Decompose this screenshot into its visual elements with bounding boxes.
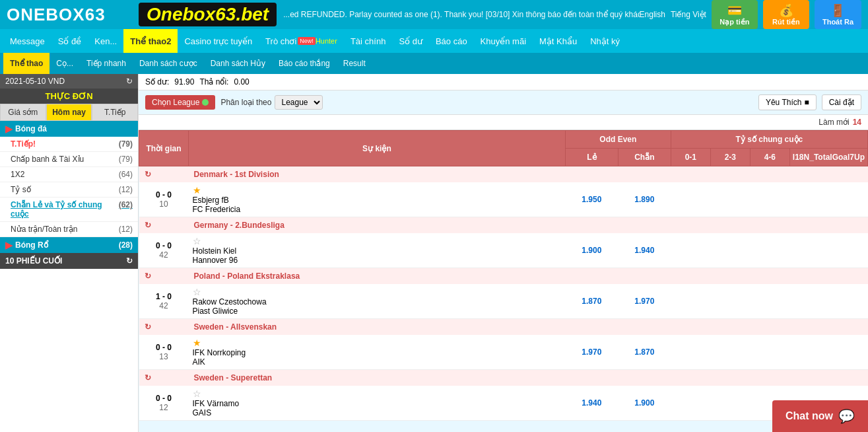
chat-widget[interactable]: Chat now 💬 xyxy=(772,400,868,432)
odd-le[interactable]: 1.940 xyxy=(565,386,618,421)
tab-hom-nay[interactable]: Hôm nay xyxy=(46,104,92,121)
sidebar-item-t-tiep[interactable]: T.Tiếp! (79) xyxy=(0,137,138,152)
refresh-small-icon[interactable]: ↻ xyxy=(145,170,151,179)
odd-23 xyxy=(710,233,750,268)
subnav-the-thao[interactable]: Thể thao xyxy=(3,53,50,74)
refresh-small-icon[interactable]: ↻ xyxy=(145,322,151,332)
chat-icon: 💬 xyxy=(838,408,855,424)
nap-tien-icon: 💳 xyxy=(727,3,742,18)
star-icon[interactable]: ☆ xyxy=(193,287,201,297)
league-name: Denmark - 1st Division xyxy=(189,166,868,183)
odd-chan[interactable]: 1.970 xyxy=(618,284,671,319)
phan-loai-group: Phân loại theo League xyxy=(220,95,323,110)
nav-mat-khau[interactable]: Mật Khẩu xyxy=(533,29,584,53)
tab-gia-som[interactable]: Giá sớm xyxy=(0,104,46,121)
header-h23: 2-3 xyxy=(710,149,750,166)
chon-league-button[interactable]: Chọn League xyxy=(145,95,215,110)
marquee: ...ed REFUNDED. Parlay counted as one (1… xyxy=(283,10,639,19)
team2: AIK xyxy=(193,357,562,367)
balance-row: Số dư: 91.90 Thả nổi: 0.00 xyxy=(139,74,868,90)
bong-ro-label: Bóng Rổ xyxy=(15,240,48,250)
subnav-danh-sach-huy[interactable]: Danh sách Hủy xyxy=(204,53,272,74)
main-content: Số dư: 91.90 Thả nổi: 0.00 Chọn League P… xyxy=(139,74,868,432)
odd-46 xyxy=(750,335,789,370)
thoat-ra-button[interactable]: 🚪 Thoát Ra xyxy=(815,0,861,29)
time-top: 0 - 0 xyxy=(143,241,185,250)
sport-table: Thời gian Sự kiện Odd Even Tỷ số chung c… xyxy=(139,130,868,421)
league-name: Sweden - Allsvenskan xyxy=(189,319,868,336)
subnav-tiep-nhanh[interactable]: Tiếp nhanh xyxy=(80,53,133,74)
odd-le[interactable]: 1.900 xyxy=(565,233,618,268)
chon-league-label: Chọn League xyxy=(152,98,199,107)
thoat-ra-icon: 🚪 xyxy=(830,3,845,18)
phieu-cuoi-refresh-icon[interactable]: ↻ xyxy=(126,256,133,266)
team1: IFK Värnamo xyxy=(193,399,562,408)
odd-18n xyxy=(789,233,867,268)
nav-nhat-ky[interactable]: Nhật ký xyxy=(584,29,626,53)
star-icon[interactable]: ☆ xyxy=(193,236,201,246)
match-time: 0 - 0 42 xyxy=(139,233,189,268)
nav-bao-cao[interactable]: Báo cáo xyxy=(429,29,474,53)
nav-message[interactable]: Message xyxy=(3,29,51,53)
header-h18n: I18N_TotalGoal7Up xyxy=(789,149,867,166)
league-name: Sweden - Superettan xyxy=(189,370,868,386)
lang-en-button[interactable]: English xyxy=(640,10,665,19)
sidebar-phieu-cuoi[interactable]: 10 PHIẾU CUỐI ↻ xyxy=(0,253,138,269)
refresh-icon[interactable]: ↻ xyxy=(126,77,133,86)
refresh-small-icon[interactable]: ↻ xyxy=(145,221,151,230)
team1: Rakow Czestochowa xyxy=(193,297,562,306)
match-time: 0 - 0 12 xyxy=(139,386,189,421)
odd-le[interactable]: 1.970 xyxy=(565,335,618,370)
nav-so-du[interactable]: Số dư xyxy=(392,29,429,53)
sidebar-section-bong-da[interactable]: ▶ Bóng đá xyxy=(0,121,138,137)
odd-chan[interactable]: 1.900 xyxy=(618,386,671,421)
yeu-thich-button[interactable]: Yêu Thích ■ xyxy=(758,94,817,110)
cai-dat-button[interactable]: Cài đặt xyxy=(822,94,861,110)
sidebar-item-nua-tran-count: (12) xyxy=(119,225,133,234)
subnav-bao-cao-thang[interactable]: Báo cáo thắng xyxy=(272,53,337,74)
sidebar-item-nua-tran[interactable]: Nửa trận/Toàn trận (12) xyxy=(0,222,138,237)
star-icon[interactable]: ☆ xyxy=(193,388,201,399)
star-icon[interactable]: ★ xyxy=(193,185,201,196)
odd-chan[interactable]: 1.940 xyxy=(618,233,671,268)
sidebar-item-chan-le-label: Chẵn Lẻ và Tỷ số chung cuộc xyxy=(11,200,119,219)
odd-chan[interactable]: 1.890 xyxy=(618,182,671,217)
sidebar-item-chan-le[interactable]: Chẵn Lẻ và Tỷ số chung cuộc (62) xyxy=(0,198,138,222)
chat-label: Chat now xyxy=(785,410,833,422)
odd-le[interactable]: 1.950 xyxy=(565,182,618,217)
subnav-danh-sach-cuoc[interactable]: Danh sách cược xyxy=(133,53,204,74)
sidebar-item-ty-so[interactable]: Tỷ số (12) xyxy=(0,182,138,198)
tab-t-tiep[interactable]: T.Tiếp xyxy=(92,104,138,121)
nav-so-de[interactable]: Số đề xyxy=(51,29,88,53)
lang-vi-button[interactable]: Tiếng Việt xyxy=(671,10,706,19)
bong-da-label: Bóng đá xyxy=(15,124,47,133)
sidebar-item-1x2-count: (64) xyxy=(119,170,133,179)
nav-ken[interactable]: Ken... xyxy=(88,29,123,53)
sidebar-item-chap-banh[interactable]: Chấp banh & Tài Xỉu (79) xyxy=(0,152,138,167)
nav-the-thao2[interactable]: Thể thao2 xyxy=(123,29,178,53)
match-event: ★ Esbjerg fB FC Fredericia xyxy=(189,182,566,217)
odd-le[interactable]: 1.870 xyxy=(565,284,618,319)
nap-tien-button[interactable]: 💳 Nạp tiền xyxy=(712,0,758,29)
odd-chan[interactable]: 1.870 xyxy=(618,335,671,370)
nav-tai-chinh[interactable]: Tài chính xyxy=(344,29,392,53)
nav-casino[interactable]: Casino trực tuyến xyxy=(178,29,259,53)
sidebar-section-bong-ro[interactable]: ▶ Bóng Rổ (28) xyxy=(0,237,138,253)
hunter-text: Hunter xyxy=(316,37,337,45)
league-row: ↻Denmark - 1st Division xyxy=(139,166,868,183)
time-bottom: 42 xyxy=(143,301,185,310)
odd-23 xyxy=(710,182,750,217)
sidebar-item-1x2[interactable]: 1X2 (64) xyxy=(0,167,138,182)
phan-loai-select[interactable]: League xyxy=(275,95,323,110)
subnav-co[interactable]: Cọ... xyxy=(50,53,80,74)
rut-tien-button[interactable]: 💰 Rút tiền xyxy=(763,0,809,29)
nav-khuyen-mai[interactable]: Khuyến mãi xyxy=(474,29,533,53)
league-name: Poland - Poland Ekstraklasa xyxy=(189,268,868,285)
star-icon[interactable]: ★ xyxy=(193,338,201,348)
header-ty-so-chung-cuoc: Tỷ số chung cuộc xyxy=(671,131,867,149)
refresh-small-icon[interactable]: ↻ xyxy=(145,373,151,382)
refresh-small-icon[interactable]: ↻ xyxy=(145,271,151,281)
odd-23 xyxy=(710,335,750,370)
subnav-result[interactable]: Result xyxy=(337,53,372,74)
nav-tro-choi[interactable]: Trò chơi New! Hunter xyxy=(259,29,344,53)
